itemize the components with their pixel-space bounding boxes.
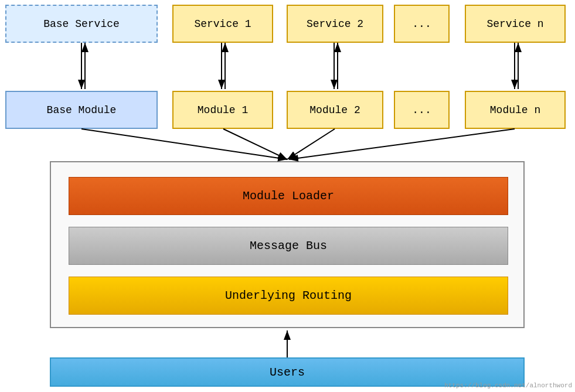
base-service-box: Base Service — [5, 5, 158, 43]
service1-label: Service 1 — [194, 18, 251, 30]
svg-line-12 — [223, 129, 287, 159]
base-module-label: Base Module — [47, 104, 117, 116]
module1-box: Module 1 — [172, 91, 273, 129]
users-label: Users — [270, 366, 305, 379]
architecture-diagram: Base Service Service 1 Service 2 ... Ser… — [0, 0, 575, 392]
service1-box: Service 1 — [172, 5, 273, 43]
message-bus-bar: Message Bus — [69, 227, 508, 265]
main-container: Module Loader Message Bus Underlying Rou… — [50, 161, 525, 328]
svg-line-14 — [289, 129, 515, 159]
service2-label: Service 2 — [307, 18, 363, 30]
message-bus-label: Message Bus — [250, 239, 327, 253]
svg-line-13 — [287, 129, 335, 159]
module-loader-label: Module Loader — [243, 189, 334, 203]
module2-box: Module 2 — [287, 91, 383, 129]
service2-box: Service 2 — [287, 5, 383, 43]
service-n-label: Service n — [486, 18, 543, 30]
base-module-box: Base Module — [5, 91, 158, 129]
watermark: https://blog.csdn.net/alnorthword — [444, 382, 572, 389]
service-n-box: Service n — [465, 5, 566, 43]
base-service-label: Base Service — [43, 18, 120, 30]
underlying-routing-bar: Underlying Routing — [69, 277, 508, 315]
dots-top-label: ... — [412, 18, 431, 30]
module2-label: Module 2 — [309, 104, 360, 116]
svg-line-11 — [81, 129, 287, 159]
underlying-routing-label: Underlying Routing — [225, 289, 352, 302]
module-n-label: Module n — [490, 104, 540, 116]
module-n-box: Module n — [465, 91, 566, 129]
module1-label: Module 1 — [198, 104, 248, 116]
dots-mid-label: ... — [412, 104, 431, 116]
dots-mid-box: ... — [394, 91, 450, 129]
module-loader-bar: Module Loader — [69, 177, 508, 215]
dots-top-box: ... — [394, 5, 450, 43]
